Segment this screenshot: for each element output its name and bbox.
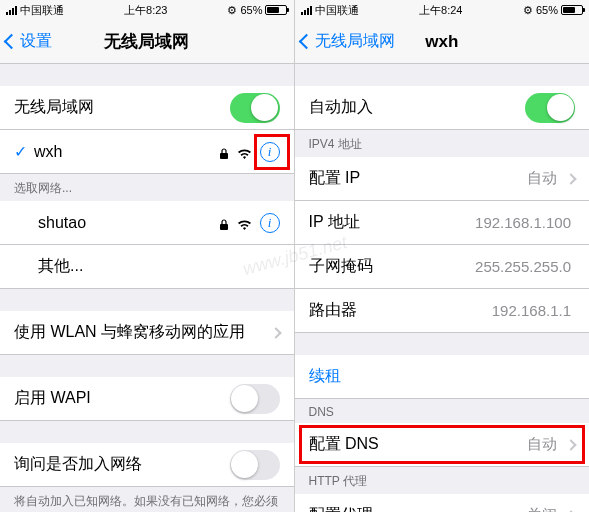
- signal-icon: [6, 6, 17, 15]
- page-title: 无线局域网: [104, 30, 189, 53]
- page-title: wxh: [425, 32, 458, 52]
- renew-lease-row[interactable]: 续租: [295, 355, 590, 399]
- back-button[interactable]: 设置: [0, 31, 52, 52]
- battery-icon: [265, 5, 287, 15]
- connected-network-row[interactable]: ✓ wxh i: [0, 130, 294, 174]
- nav-bar: 设置 无线局域网: [0, 20, 294, 64]
- config-ip-value: 自动: [527, 169, 557, 188]
- subnet-row: 子网掩码 255.255.255.0: [295, 245, 590, 289]
- svg-rect-0: [220, 153, 228, 159]
- time-label: 上午8:24: [419, 3, 462, 18]
- info-icon[interactable]: i: [260, 213, 280, 233]
- auto-join-toggle[interactable]: [525, 93, 575, 123]
- carrier-label: 中国联通: [20, 3, 64, 18]
- nav-bar: 无线局域网 wxh: [295, 20, 590, 64]
- battery-icon: [561, 5, 583, 15]
- chevron-icon: [565, 173, 576, 184]
- status-bar: 中国联通 上午8:23 ⚙︎ 65%: [0, 0, 294, 20]
- svg-rect-1: [220, 224, 228, 230]
- ip-address-row: IP 地址 192.168.1.100: [295, 201, 590, 245]
- proxy-header: HTTP 代理: [295, 467, 590, 494]
- network-name: shutao: [38, 214, 219, 232]
- battery-percent: 65%: [240, 4, 262, 16]
- wifi-toggle-row: 无线局域网: [0, 86, 294, 130]
- wapi-row: 启用 WAPI: [0, 377, 294, 421]
- chevron-icon: [270, 327, 281, 338]
- chevron-icon: [565, 439, 576, 450]
- config-dns-row[interactable]: 配置 DNS 自动: [295, 423, 590, 467]
- ask-join-footer: 将自动加入已知网络。如果没有已知网络，您必须手动选择。: [0, 487, 294, 512]
- signal-icon: [301, 6, 312, 15]
- wifi-icon: [237, 217, 252, 229]
- checkmark-icon: ✓: [14, 142, 34, 161]
- wifi-label: 无线局域网: [14, 97, 230, 118]
- wifi-detail-screen: 中国联通 上午8:24 ⚙︎ 65% 无线局域网 wxh 自动加入 IPV4 地…: [295, 0, 590, 512]
- lock-icon: [219, 146, 229, 158]
- status-bar: 中国联通 上午8:24 ⚙︎ 65%: [295, 0, 590, 20]
- wifi-settings-screen: 中国联通 上午8:23 ⚙︎ 65% 设置 无线局域网 无线局域网 ✓ wxh: [0, 0, 295, 512]
- router-value: 192.168.1.1: [492, 302, 571, 319]
- info-icon[interactable]: i: [260, 142, 280, 162]
- network-row[interactable]: shutao i: [0, 201, 294, 245]
- wlan-apps-row[interactable]: 使用 WLAN 与蜂窝移动网的应用: [0, 311, 294, 355]
- other-network-row[interactable]: 其他...: [0, 245, 294, 289]
- battery-percent: 65%: [536, 4, 558, 16]
- auto-join-row: 自动加入: [295, 86, 590, 130]
- other-label: 其他...: [38, 256, 280, 277]
- dns-value: 自动: [527, 435, 557, 454]
- wifi-icon: [237, 146, 252, 158]
- lock-icon: [219, 217, 229, 229]
- network-name: wxh: [34, 143, 219, 161]
- wapi-toggle[interactable]: [230, 384, 280, 414]
- choose-network-header: 选取网络...: [0, 174, 294, 201]
- ip-address-value: 192.168.1.100: [475, 214, 571, 231]
- wifi-toggle[interactable]: [230, 93, 280, 123]
- back-button[interactable]: 无线局域网: [295, 31, 395, 52]
- time-label: 上午8:23: [124, 3, 167, 18]
- ipv4-header: IPV4 地址: [295, 130, 590, 157]
- dns-header: DNS: [295, 399, 590, 423]
- ask-join-toggle[interactable]: [230, 450, 280, 480]
- ask-join-row: 询问是否加入网络: [0, 443, 294, 487]
- carrier-label: 中国联通: [315, 3, 359, 18]
- subnet-value: 255.255.255.0: [475, 258, 571, 275]
- router-row: 路由器 192.168.1.1: [295, 289, 590, 333]
- config-proxy-row[interactable]: 配置代理 关闭: [295, 494, 590, 512]
- config-ip-row[interactable]: 配置 IP 自动: [295, 157, 590, 201]
- proxy-value: 关闭: [527, 506, 557, 512]
